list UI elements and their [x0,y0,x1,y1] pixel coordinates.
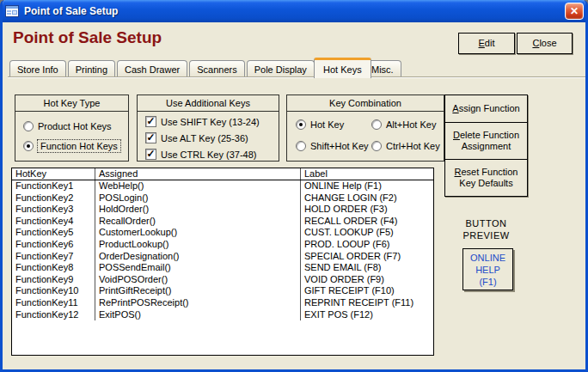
table-row[interactable]: FunctionKey10 PrintGiftReceipt() GIFT RE… [12,285,433,297]
column-header-label: Label [300,168,433,180]
tab-pole-display[interactable]: Pole Display [247,60,315,78]
radio-shift-hot-key[interactable]: Shift+Hot Key [296,141,369,151]
titlebar: Point of Sale Setup ✕ [0,0,588,22]
column-header-assigned: Assigned [95,168,300,180]
checkbox-use-shift-key[interactable]: ✓ Use SHIFT Key (13-24) [145,116,260,127]
tab-scanners[interactable]: Scanners [189,60,244,78]
group-title: Use Additional Keys [138,95,279,112]
close-button[interactable]: Close [517,33,573,54]
radio-product-hot-keys[interactable]: Product Hot Keys [23,121,112,131]
table-row[interactable]: FunctionKey8 POSSendEmail() SEND EMAIL (… [12,262,433,274]
tab-store-info[interactable]: Store Info [9,60,66,78]
table-body: FunctionKey1 WebHelp() ONLINE Help (F1) … [12,180,433,320]
edit-button[interactable]: Edit [458,33,515,54]
group-key-combination: Key Combination Hot Key Alt+Hot Key Shif… [286,95,444,162]
radio-icon [296,141,306,151]
table-row[interactable]: FunctionKey11 RePrintPOSReceipt() REPRIN… [12,297,433,309]
table-row[interactable]: FunctionKey6 ProductLookup() PROD. LOOUP… [12,239,433,251]
tab-strip: Store Info Printing Cash Drawer Scanners… [9,60,316,78]
table-row[interactable]: FunctionKey2 POSLogin() CHANGE LOGIN (F2… [12,192,433,204]
window-close-button[interactable]: ✕ [565,3,584,20]
table-row[interactable]: FunctionKey5 CustomerLookup() CUST. LOOK… [12,227,433,239]
group-use-additional-keys: Use Additional Keys ✓ Use SHIFT Key (13-… [137,95,279,162]
checkbox-use-ctrl-key[interactable]: ✓ Use CTRL Key (37-48) [145,149,256,160]
radio-hot-key[interactable]: Hot Key [296,119,344,130]
window-title: Point of Sale Setup [24,5,118,17]
radio-alt-hot-key[interactable]: Alt+Hot Key [371,119,436,130]
radio-ctrl-hot-key[interactable]: Ctrl+Hot Key [371,141,440,151]
radio-icon [371,119,382,130]
radio-icon [23,141,34,151]
tab-printing[interactable]: Printing [68,60,115,78]
checkbox-icon: ✓ [145,132,156,143]
group-title: Key Combination [287,95,444,112]
radio-icon [371,141,382,151]
page-title: Point of Sale Setup [13,28,162,47]
hot-keys-table[interactable]: HotKey Assigned Label FunctionKey1 WebHe… [11,168,434,356]
table-header: HotKey Assigned Label [12,168,433,180]
radio-icon [296,119,306,130]
checkbox-icon: ✓ [145,149,156,160]
radio-function-hot-keys[interactable]: Function Hot Keys [23,140,120,152]
table-row[interactable]: FunctionKey9 VoidPOSOrder() VOID ORDER (… [12,274,433,286]
form-icon [5,5,19,17]
checkbox-use-alt-key[interactable]: ✓ Use ALT Key (25-36) [145,132,248,143]
group-title: Hot Key Type [15,95,128,112]
column-header-hotkey: HotKey [12,168,95,180]
table-row[interactable]: FunctionKey1 WebHelp() ONLINE Help (F1) [12,180,433,192]
close-icon: ✕ [570,5,579,17]
table-row[interactable]: FunctionKey4 RecallOrder() RECALL ORDER … [12,216,433,228]
assign-function-button[interactable]: Assign Function [444,95,528,123]
tab-hot-keys[interactable]: Hot Keys [314,58,371,78]
table-row[interactable]: FunctionKey3 HoldOrder() HOLD ORDER (F3) [12,204,433,216]
reset-function-key-defaults-button[interactable]: Reset Function Key Defaults [444,159,528,197]
radio-icon [23,121,34,131]
group-hot-key-type: Hot Key Type Product Hot Keys Function H… [15,95,129,162]
online-help-preview-button[interactable]: ONLINE HELP (F1) [462,248,513,290]
pos-setup-window: Point of Sale Setup ✕ Point of Sale Setu… [0,0,588,372]
checkbox-icon: ✓ [145,116,156,127]
tab-cash-drawer[interactable]: Cash Drawer [117,60,187,78]
delete-function-assignment-button[interactable]: Delete Function Assignment [444,122,528,160]
button-preview-label: BUTTON PREVIEW [444,217,528,241]
table-row[interactable]: FunctionKey7 OrderDesignation() SPECIAL … [12,251,433,263]
table-row[interactable]: FunctionKey12 ExitPOS() EXIT POS (F12) [12,309,433,321]
